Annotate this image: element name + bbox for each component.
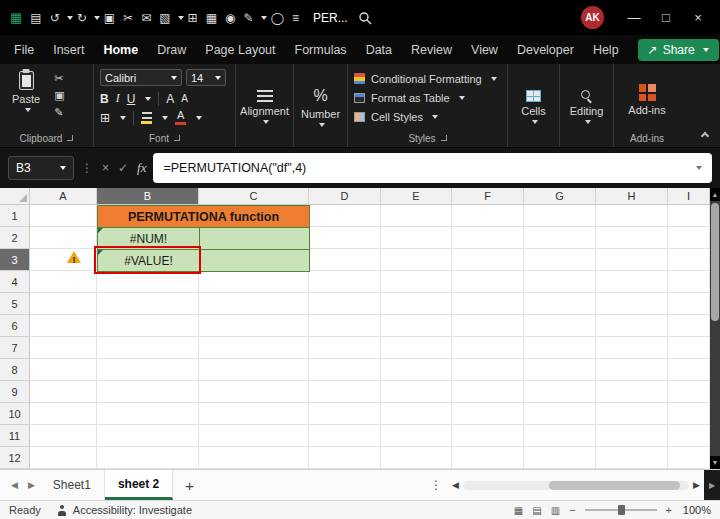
scrollbar-corner-icon[interactable]: ▶ xyxy=(704,470,720,500)
grid-cell[interactable] xyxy=(524,381,596,403)
editing-button[interactable]: Editing xyxy=(566,69,607,145)
grid-cell[interactable] xyxy=(452,249,524,271)
shrink-font-button[interactable]: A xyxy=(181,93,188,104)
fill-color-icon[interactable]: ▧ xyxy=(159,11,170,25)
row-header-12[interactable]: 12 xyxy=(0,447,30,469)
tab-sheet2[interactable]: sheet 2 xyxy=(105,470,173,500)
row-header-8[interactable]: 8 xyxy=(0,359,30,381)
grid-cell[interactable] xyxy=(381,271,452,293)
grid-cell[interactable] xyxy=(309,315,381,337)
grid-cell[interactable] xyxy=(596,315,668,337)
camera-icon[interactable]: ◉ xyxy=(225,11,235,25)
grid-cell[interactable] xyxy=(524,293,596,315)
grid-cell[interactable] xyxy=(30,315,97,337)
column-header-C[interactable]: C xyxy=(199,188,309,205)
grid-cell[interactable] xyxy=(668,337,710,359)
grid-cell[interactable] xyxy=(30,227,97,249)
row-header-4[interactable]: 4 xyxy=(0,271,30,293)
zoom-level[interactable]: 100% xyxy=(681,504,711,516)
grid-cell[interactable] xyxy=(30,447,97,469)
grid-cell[interactable] xyxy=(381,205,452,227)
row-header-3[interactable]: 3 xyxy=(0,249,30,271)
redo-icon[interactable]: ↻ xyxy=(77,11,87,25)
grid-cell[interactable] xyxy=(381,227,452,249)
cell-c2[interactable] xyxy=(199,227,310,250)
grid-cell[interactable] xyxy=(524,337,596,359)
grid-cell[interactable] xyxy=(97,359,199,381)
grid-cell[interactable] xyxy=(381,359,452,381)
grid-cell[interactable] xyxy=(668,227,710,249)
grid-cell[interactable] xyxy=(97,447,199,469)
grid-cell[interactable] xyxy=(452,337,524,359)
grid-cell[interactable] xyxy=(309,425,381,447)
grid-cell[interactable] xyxy=(30,205,97,227)
cut-button[interactable]: ✂ xyxy=(54,72,64,85)
grid-cell[interactable] xyxy=(97,337,199,359)
vertical-scrollbar-thumb[interactable] xyxy=(711,203,719,321)
grid-cell[interactable] xyxy=(381,403,452,425)
namebox-resize-handle[interactable]: ⋮ xyxy=(81,161,93,175)
underline-button[interactable]: U xyxy=(127,92,136,106)
column-header-A[interactable]: A xyxy=(30,188,97,205)
font-color-button[interactable]: A xyxy=(175,110,186,125)
grid-cell[interactable] xyxy=(596,293,668,315)
grid-cell[interactable] xyxy=(668,425,710,447)
grid-cell[interactable] xyxy=(668,205,710,227)
grid-cell[interactable] xyxy=(452,447,524,469)
alignment-button[interactable]: Alignment xyxy=(242,69,287,145)
enter-icon[interactable]: ✓ xyxy=(118,161,128,175)
grid-cell[interactable] xyxy=(596,205,668,227)
select-all-corner[interactable] xyxy=(0,188,30,205)
cell-b1-title[interactable]: PERMUTATIONA function xyxy=(97,205,310,228)
addins-button[interactable]: Add-ins xyxy=(620,69,674,131)
font-color-chevron-icon[interactable] xyxy=(196,116,202,120)
grid-cell[interactable] xyxy=(199,359,309,381)
menu-tab-file[interactable]: File xyxy=(14,43,34,57)
menu-tab-data[interactable]: Data xyxy=(366,43,392,57)
row-header-7[interactable]: 7 xyxy=(0,337,30,359)
grid-cell[interactable] xyxy=(30,249,97,271)
fill-color-button[interactable] xyxy=(141,112,152,124)
grid-cell[interactable] xyxy=(381,315,452,337)
scroll-up-icon[interactable]: ▲ xyxy=(710,188,720,201)
grid-cell[interactable] xyxy=(199,315,309,337)
menu-tab-view[interactable]: View xyxy=(471,43,498,57)
grid-cell[interactable] xyxy=(30,381,97,403)
grid-cell[interactable] xyxy=(668,359,710,381)
zoom-slider-thumb[interactable] xyxy=(618,505,625,515)
tabs-overflow-icon[interactable]: ⋮ xyxy=(430,470,442,500)
zoom-out-button[interactable]: − xyxy=(569,504,575,516)
tab-nav-right-icon[interactable]: ▶ xyxy=(23,470,40,500)
grid-cell[interactable] xyxy=(452,205,524,227)
copy-button[interactable]: ▣ xyxy=(54,89,64,102)
row-header-9[interactable]: 9 xyxy=(0,381,30,403)
grid-cell[interactable] xyxy=(668,249,710,271)
tab-nav-left-icon[interactable]: ◀ xyxy=(6,470,23,500)
grid-cell[interactable] xyxy=(199,403,309,425)
menu-tab-developer[interactable]: Developer xyxy=(517,43,574,57)
grid-cell[interactable] xyxy=(524,447,596,469)
account-avatar[interactable]: AK xyxy=(581,6,604,29)
format-as-table-button[interactable]: Format as Table xyxy=(354,88,501,107)
column-header-E[interactable]: E xyxy=(381,188,452,205)
hscroll-right-icon[interactable]: ▶ xyxy=(693,480,700,490)
save-icon[interactable]: ▤ xyxy=(30,11,41,25)
paste-button[interactable]: Paste xyxy=(6,69,46,119)
menu-tab-formulas[interactable]: Formulas xyxy=(295,43,347,57)
search-icon[interactable] xyxy=(358,11,372,25)
menu-tab-review[interactable]: Review xyxy=(411,43,452,57)
clipboard-dialog-launcher-icon[interactable] xyxy=(67,135,73,141)
cells-button[interactable]: Cells xyxy=(514,69,553,145)
grid-cell[interactable] xyxy=(30,271,97,293)
page-layout-view-icon[interactable]: ▤ xyxy=(532,505,541,516)
bold-button[interactable]: B xyxy=(100,92,109,106)
grid-cell[interactable] xyxy=(452,359,524,381)
grid-cell[interactable] xyxy=(309,403,381,425)
grid-cell[interactable] xyxy=(452,293,524,315)
grid-cell[interactable] xyxy=(596,359,668,381)
grid-cell[interactable] xyxy=(524,227,596,249)
grid-cell[interactable] xyxy=(596,447,668,469)
grid-cell[interactable] xyxy=(524,249,596,271)
grid-cell[interactable] xyxy=(452,403,524,425)
grid-cell[interactable] xyxy=(668,447,710,469)
